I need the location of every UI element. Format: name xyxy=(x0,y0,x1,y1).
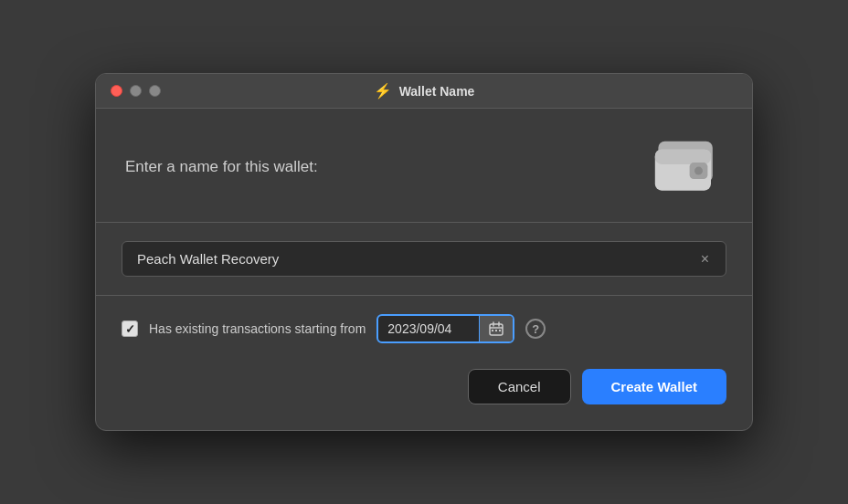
wallet-icon-container xyxy=(650,134,723,200)
svg-rect-10 xyxy=(495,330,497,331)
wallet-icon xyxy=(653,138,719,197)
buttons-row: Cancel Create Wallet xyxy=(122,369,726,404)
cancel-button[interactable]: Cancel xyxy=(468,369,571,404)
title-bar-title: ⚡ Wallet Name xyxy=(374,82,475,100)
create-wallet-button[interactable]: Create Wallet xyxy=(582,369,726,404)
help-button[interactable]: ? xyxy=(525,319,546,339)
svg-rect-11 xyxy=(499,330,501,331)
middle-section: × xyxy=(96,223,752,296)
calendar-icon xyxy=(489,321,504,336)
checkbox-checkmark: ✓ xyxy=(125,323,135,335)
transactions-row: ✓ Has existing transactions starting fro… xyxy=(122,314,726,343)
top-section: Enter a name for this wallet: xyxy=(96,109,752,223)
wallet-name-input-row[interactable]: × xyxy=(122,241,726,277)
svg-point-4 xyxy=(694,166,703,174)
dialog-content: Enter a name for this wallet: xyxy=(96,109,752,430)
checkbox-container: ✓ xyxy=(122,320,138,337)
close-button[interactable] xyxy=(111,85,122,97)
has-transactions-checkbox[interactable]: ✓ xyxy=(122,320,138,337)
transactions-label: Has existing transactions starting from xyxy=(149,321,366,336)
title-icon: ⚡ xyxy=(374,82,392,100)
svg-rect-2 xyxy=(655,149,711,163)
dialog-window: ⚡ Wallet Name Enter a name for this wall… xyxy=(95,73,753,431)
title-bar: ⚡ Wallet Name xyxy=(96,74,752,109)
maximize-button[interactable] xyxy=(149,85,161,97)
svg-rect-9 xyxy=(492,330,493,331)
date-input[interactable] xyxy=(378,316,479,341)
calendar-button[interactable] xyxy=(479,316,513,341)
traffic-lights xyxy=(111,85,161,97)
bottom-section: ✓ Has existing transactions starting fro… xyxy=(96,296,752,430)
prompt-text: Enter a name for this wallet: xyxy=(125,158,318,176)
clear-input-button[interactable]: × xyxy=(695,248,715,270)
minimize-button[interactable] xyxy=(130,85,142,97)
wallet-name-input[interactable] xyxy=(133,242,695,276)
dialog-title: Wallet Name xyxy=(399,84,475,99)
date-input-container[interactable] xyxy=(376,314,514,343)
